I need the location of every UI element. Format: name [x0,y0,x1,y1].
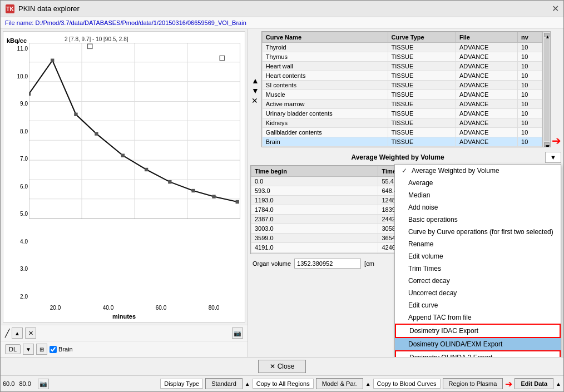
left-panel: 2 [7.8, 9.7] - 10 [90.5, 2.8] kBq/cc 11.… [1,29,248,357]
dropdown-item-append-tac[interactable]: Append TAC from file [395,311,561,324]
curve-table-row[interactable]: Thymus TISSUE ADVANCE 10 [262,52,542,62]
cell-curve-name: Kidneys [262,118,388,128]
dropdown-item-olinda2[interactable]: Dosimetry OLINDA 2 Export [395,350,561,357]
app-icon: TK [5,4,15,14]
col-curve-name: Curve Name [262,32,388,43]
move-up-button[interactable]: ▲ [12,328,23,339]
avg-dropdown-button[interactable]: ▼ [545,152,561,163]
cell-file: ADVANCE [456,43,518,52]
brain-label: Brain [58,346,73,353]
cell-file: ADVANCE [456,137,518,147]
organ-volume-label: Organ volume [253,260,291,267]
chart-area: 2 [7.8, 9.7] - 10 [90.5, 2.8] kBq/cc 11.… [3,31,245,322]
edit-data-arrow[interactable]: ▲ [556,381,561,387]
copy-all-section: Copy to All Regions [253,379,314,389]
close-icon[interactable]: ✕ [552,3,559,14]
dropdown-item-trim-times[interactable]: Trim Times [395,262,561,275]
curve-table-row[interactable]: Muscle TISSUE ADVANCE 10 [262,90,542,100]
combine-down-icon[interactable]: ▼ [251,86,259,95]
cell-time-begin: 1193.0 [251,196,378,205]
dropdown-item-avg-weighted[interactable]: Average Weighted by Volume [395,165,561,177]
cell-curve-name: Urinary bladder contents [262,109,388,118]
dropdown-item-idac-export[interactable]: Dosimetry IDAC Export [395,324,561,338]
dropdown-label: ▼ [550,154,556,161]
camera-footer-icon[interactable]: 📷 [38,379,49,389]
cell-curve-name: Thyroid [262,43,388,52]
x-axis: 20.0 40.0 60.0 80.0 [29,305,240,311]
curve-table-row[interactable]: SI contents TISSUE ADVANCE 10 [262,81,542,90]
cell-time-begin: 3599.0 [251,234,378,243]
cell-nv: 10 [518,52,542,62]
dl-grid-button[interactable]: ⊞ [36,344,47,355]
dropdown-item-rename[interactable]: Rename [395,238,561,250]
edit-data-button[interactable]: Edit Data [514,378,553,389]
dl-button[interactable]: DL [5,344,21,354]
cell-curve-name: Muscle [262,90,388,100]
curve-table-row[interactable]: Thyroid TISSUE ADVANCE 10 [262,43,542,52]
cell-nv: 10 [518,43,542,52]
curve-table-row[interactable]: Brain TISSUE ADVANCE 10 [262,137,542,147]
dropdown-item-olinda-exm[interactable]: Dosimetry OLINDA/EXM Export [395,338,561,350]
cell-curve-type: TISSUE [388,128,456,137]
svg-rect-22 [145,168,148,171]
svg-rect-25 [212,195,215,198]
col-nv: nv [518,32,542,43]
dropdown-item-edit-curve[interactable]: Edit curve [395,299,561,311]
cell-curve-name: Heart wall [262,62,388,71]
curve-table: Curve Name Curve Type File nv Thyroid TI… [261,31,551,147]
region-plasma-button[interactable]: Region to Plasma [443,378,503,389]
curve-data-table: Curve Name Curve Type File nv Thyroid TI… [262,32,542,147]
chart-svg [29,43,240,219]
region-plasma-arrow[interactable]: ➔ [505,379,512,389]
dropdown-item-uncorrect-decay[interactable]: Uncorrect decay [395,287,561,299]
combine-x-icon[interactable]: ✕ [251,96,259,105]
bottom-bar: ✕ Close [1,357,563,375]
dropdown-item-basic-ops[interactable]: Basic operations [395,214,561,226]
footer-x80: 80.0 [19,380,31,387]
cell-curve-type: TISSUE [388,100,456,109]
cell-curve-type: TISSUE [388,137,456,147]
curve-table-row[interactable]: Active marrow TISSUE ADVANCE 10 [262,100,542,109]
cell-curve-name: Heart contents [262,71,388,81]
dropdown-item-add-noise[interactable]: Add noise [395,201,561,214]
standard-button[interactable]: Standard [205,378,243,389]
dropdown-item-median[interactable]: Median [395,189,561,201]
scroll-down-arrow[interactable]: ▼ [544,142,550,147]
dropdown-item-avg[interactable]: Average [395,177,561,189]
dropdown-item-curve-by-curve[interactable]: Curve by Curve operations (for first two… [395,226,561,238]
move-down-x-button[interactable]: ✕ [25,328,36,339]
cell-file: ADVANCE [456,128,518,137]
svg-text:TK: TK [6,6,14,12]
display-type-label: Display Type [164,380,199,387]
cell-nv: 10 [518,71,542,81]
curve-table-row[interactable]: Heart wall TISSUE ADVANCE 10 [262,62,542,71]
svg-rect-27 [88,44,92,48]
cell-nv: 10 [518,128,542,137]
curve-table-scroll[interactable]: Curve Name Curve Type File nv Thyroid TI… [262,32,542,147]
cell-curve-type: TISSUE [388,43,456,52]
svg-rect-19 [74,113,77,116]
close-button[interactable]: ✕ Close [258,360,306,373]
standard-arrow[interactable]: ▲ [245,381,250,387]
cell-time-begin: 0.0 [251,177,378,186]
brain-checkbox-label[interactable]: Brain [50,346,73,353]
col-curve-type: Curve Type [388,32,456,43]
y-tick: 7.0 [20,156,28,162]
dl-arrow-button[interactable]: ▼ [23,344,34,355]
dropdown-item-correct-decay[interactable]: Correct decay [395,275,561,287]
scroll-up-arrow[interactable]: ▲ [544,33,550,37]
curve-scrollbar[interactable]: ▲ ▼ [542,32,550,147]
curve-table-row[interactable]: Gallbladder contents TISSUE ADVANCE 10 [262,128,542,137]
combine-up-icon[interactable]: ▲ [251,76,259,85]
camera-button[interactable]: 📷 [232,328,243,339]
cell-curve-name: Gallbladder contents [262,128,388,137]
model-par-arrow[interactable]: ▲ [365,381,371,387]
organ-volume-input[interactable]: 1352.380952 [294,259,361,269]
curve-table-row[interactable]: Heart contents TISSUE ADVANCE 10 [262,71,542,81]
model-par-button[interactable]: Model & Par. [316,378,363,389]
curve-table-row[interactable]: Kidneys TISSUE ADVANCE 10 [262,118,542,128]
window-title: PKIN data explorer [18,4,80,13]
dropdown-item-edit-volume[interactable]: Edit volume [395,250,561,262]
brain-checkbox[interactable] [50,346,57,353]
curve-table-row[interactable]: Urinary bladder contents TISSUE ADVANCE … [262,109,542,118]
